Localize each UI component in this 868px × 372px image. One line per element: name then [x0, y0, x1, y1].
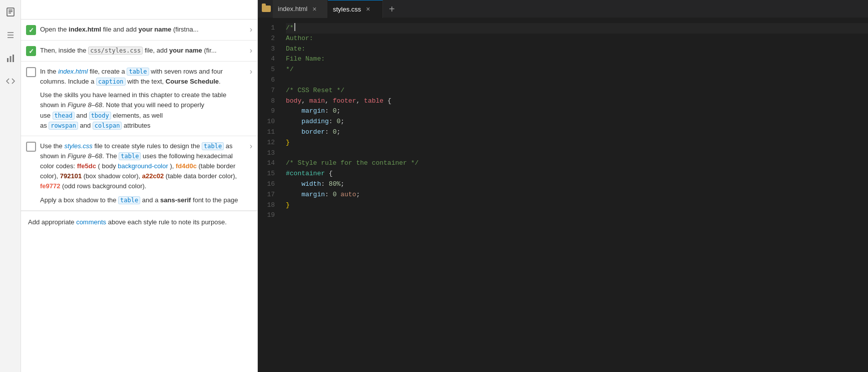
- task-item-4: Use the styles.css file to create style …: [21, 136, 257, 211]
- task-checkbox-4[interactable]: [26, 142, 36, 152]
- page-title: [21, 0, 257, 8]
- task-item-1: ✓ Open the index.html file and add your …: [21, 20, 257, 41]
- tab-styles-label: styles.css: [333, 6, 361, 13]
- task-2-text: Then, inside the css/styles.css file, ad…: [40, 46, 246, 56]
- line-numbers: 1 2 3 4 5 6 7 8 9 10 11 12 13 14 15 16 1…: [258, 18, 281, 372]
- code-line-14: /* Style rule for the container */: [286, 158, 868, 169]
- code-line-1: /*: [286, 23, 868, 34]
- svg-rect-8: [10, 56, 11, 62]
- code-line-12: }: [286, 138, 868, 148]
- svg-rect-7: [7, 58, 9, 62]
- tab-styles-css[interactable]: styles.css ×: [328, 0, 383, 18]
- tab-styles-close[interactable]: ×: [366, 5, 370, 13]
- list-icon[interactable]: [4, 28, 18, 42]
- task-checkbox-2[interactable]: ✓: [26, 46, 36, 56]
- code-line-18: }: [286, 200, 868, 211]
- task-checkbox-1[interactable]: ✓: [26, 25, 36, 35]
- task-item-3: In the index.html file, create a table w…: [21, 62, 257, 136]
- add-tab-button[interactable]: +: [383, 0, 401, 18]
- task-checkbox-3[interactable]: [26, 67, 36, 77]
- code-line-5: */: [286, 65, 868, 75]
- svg-rect-9: [13, 55, 14, 62]
- page-subtitle: [21, 8, 257, 12]
- task-item-2: ✓ Then, inside the css/styles.css file, …: [21, 41, 257, 62]
- code-line-10: padding: 0;: [286, 117, 868, 127]
- folder-icon: [262, 6, 271, 12]
- task-2-arrow[interactable]: ›: [250, 46, 252, 55]
- code-line-15: #container {: [286, 169, 868, 179]
- task-4-arrow[interactable]: ›: [250, 142, 252, 151]
- editor-tabs-bar: index.html × styles.css × +: [258, 0, 868, 18]
- code-line-4: File Name:: [286, 54, 868, 65]
- code-line-2: Author:: [286, 34, 868, 44]
- task-1-arrow[interactable]: ›: [250, 25, 252, 34]
- code-icon[interactable]: [4, 74, 18, 88]
- bottom-note: Add appropriate comments above each styl…: [21, 211, 257, 233]
- code-line-13: [286, 148, 868, 159]
- book-icon[interactable]: [4, 5, 18, 19]
- task-4-text: Use the styles.css file to create style …: [40, 141, 246, 205]
- code-line-6: [286, 75, 868, 86]
- editor-body: 1 2 3 4 5 6 7 8 9 10 11 12 13 14 15 16 1…: [258, 18, 868, 372]
- code-line-17: margin: 0 auto;: [286, 190, 868, 200]
- code-line-16: width: 80%;: [286, 179, 868, 190]
- code-editor: index.html × styles.css × + 1 2 3 4 5 6 …: [258, 0, 868, 372]
- code-content[interactable]: /* Author: Date: File Name: */ /* CSS Re…: [281, 18, 868, 372]
- tab-index-close[interactable]: ×: [312, 5, 316, 13]
- code-line-3: Date:: [286, 44, 868, 55]
- code-line-7: /* CSS Reset */: [286, 86, 868, 96]
- task-3-text: In the index.html file, create a table w…: [40, 67, 246, 131]
- tab-index-label: index.html: [278, 5, 307, 13]
- tasks-heading: [21, 12, 257, 20]
- task-3-arrow[interactable]: ›: [250, 67, 252, 76]
- task-1-text: Open the index.html file and add your na…: [40, 25, 246, 35]
- chart-icon[interactable]: [4, 51, 18, 65]
- code-line-8: body, main, footer, table {: [286, 96, 868, 107]
- code-line-19: [286, 210, 868, 221]
- tab-index-html[interactable]: index.html ×: [273, 0, 328, 18]
- code-line-11: border: 0;: [286, 127, 868, 138]
- code-line-9: margin: 0;: [286, 106, 868, 117]
- svg-rect-0: [7, 8, 14, 16]
